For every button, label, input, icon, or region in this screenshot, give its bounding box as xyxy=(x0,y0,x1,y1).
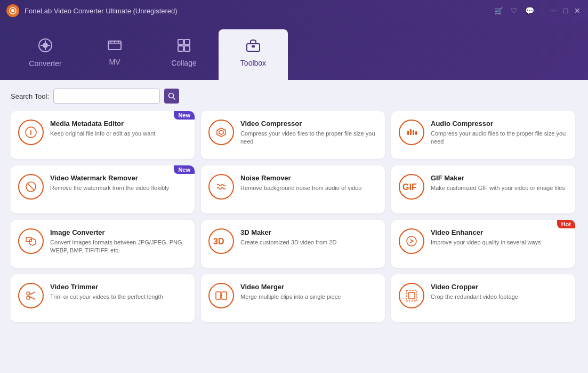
cart-icon[interactable]: 🛒 xyxy=(494,6,503,15)
badge-hot: Hot xyxy=(557,220,575,228)
tool-info-video-cropper: Video Cropper Crop the redundant video f… xyxy=(431,283,568,301)
tool-card-audio-compressor[interactable]: Audio Compressor Compress your audio fil… xyxy=(391,111,575,159)
minimize-button[interactable]: ─ xyxy=(550,6,558,15)
tool-info-image-converter: Image Converter Convert images formats b… xyxy=(50,228,187,255)
user-icon[interactable]: ♡ xyxy=(511,6,518,15)
tab-converter[interactable]: Converter xyxy=(11,29,80,80)
tool-info-3d-maker: 3D Maker Create customized 3D video from… xyxy=(240,228,377,247)
svg-rect-17 xyxy=(415,131,417,135)
tool-card-video-watermark-remover[interactable]: New Video Watermark Remover Remove the w… xyxy=(11,165,195,213)
tab-toolbox[interactable]: Toolbox xyxy=(219,29,288,80)
tool-name-video-compressor: Video Compressor xyxy=(240,120,377,128)
svg-rect-28 xyxy=(408,292,415,299)
tool-name-video-enhancer: Video Enhancer xyxy=(431,228,568,236)
tab-collage[interactable]: Collage xyxy=(149,29,219,80)
tool-name-3d-maker: 3D Maker xyxy=(240,228,377,236)
search-label: Search Tool: xyxy=(11,92,49,100)
svg-rect-6 xyxy=(184,39,190,45)
svg-point-22 xyxy=(407,236,416,246)
svg-rect-8 xyxy=(184,46,190,51)
tool-card-video-merger[interactable]: Video Merger Merge multiple clips into a… xyxy=(201,274,385,322)
tool-name-gif-maker: GIF Maker xyxy=(431,174,568,182)
tool-desc-video-enhancer: Improve your video quality in several wa… xyxy=(431,239,568,247)
app-title: FoneLab Video Converter Ultimate (Unregi… xyxy=(25,7,492,15)
tool-icon-video-watermark-remover xyxy=(18,174,44,200)
badge-new: New xyxy=(174,165,195,174)
tool-icon-video-trimmer xyxy=(18,283,44,308)
window-controls: 🛒 ♡ 💬 ─ □ ✕ xyxy=(492,6,582,15)
tool-info-noise-remover: Noise Remover Remove background noise fr… xyxy=(240,174,377,192)
search-bar: Search Tool: xyxy=(11,89,577,104)
tool-icon-gif-maker: GIF xyxy=(399,174,424,200)
svg-point-23 xyxy=(27,292,30,295)
svg-point-13 xyxy=(30,130,31,131)
svg-rect-27 xyxy=(406,290,417,301)
navigation: Converter MV Collage xyxy=(0,21,588,80)
tool-card-video-enhancer[interactable]: Hot Video Enhancer Improve your video qu… xyxy=(391,220,575,268)
separator xyxy=(543,7,543,14)
tool-info-video-merger: Video Merger Merge multiple clips into a… xyxy=(240,283,377,301)
search-button[interactable] xyxy=(164,89,179,104)
svg-point-1 xyxy=(11,9,14,12)
tool-info-video-enhancer: Video Enhancer Improve your video qualit… xyxy=(431,228,568,247)
tool-card-video-compressor[interactable]: Video Compressor Compress your video fil… xyxy=(201,111,385,159)
tool-desc-audio-compressor: Compress your audio files to the proper … xyxy=(431,130,568,146)
tool-desc-image-converter: Convert images formats between JPG/JPEG,… xyxy=(50,239,187,255)
search-input[interactable] xyxy=(53,89,160,104)
content-area: Search Tool: New Media Metadata Editor K… xyxy=(0,80,588,373)
tool-card-video-trimmer[interactable]: Video Trimmer Trim or cut your videos to… xyxy=(11,274,195,322)
message-icon[interactable]: 💬 xyxy=(525,6,534,15)
tool-card-video-cropper[interactable]: Video Cropper Crop the redundant video f… xyxy=(391,274,575,322)
tool-info-video-compressor: Video Compressor Compress your video fil… xyxy=(240,120,377,146)
tool-desc-video-trimmer: Trim or cut your videos to the perfect l… xyxy=(50,293,187,301)
tool-grid-wrapper: New Media Metadata Editor Keep original … xyxy=(11,111,577,364)
converter-icon xyxy=(38,38,53,56)
close-button[interactable]: ✕ xyxy=(573,6,582,15)
tool-info-gif-maker: GIF Maker Make customized GIF with your … xyxy=(431,174,568,192)
tool-grid: New Media Metadata Editor Keep original … xyxy=(11,111,575,322)
tool-icon-audio-compressor xyxy=(399,120,424,145)
tool-desc-gif-maker: Make customized GIF with your video or i… xyxy=(431,184,568,192)
svg-text:3D: 3D xyxy=(213,237,224,246)
tool-icon-media-metadata-editor xyxy=(18,120,44,145)
tool-info-media-metadata-editor: Media Metadata Editor Keep original file… xyxy=(50,120,187,138)
svg-rect-7 xyxy=(178,46,183,51)
tool-card-media-metadata-editor[interactable]: New Media Metadata Editor Keep original … xyxy=(11,111,195,159)
tool-name-image-converter: Image Converter xyxy=(50,228,187,236)
tool-icon-image-converter xyxy=(18,228,44,254)
maximize-button[interactable]: □ xyxy=(561,6,570,15)
tool-name-video-merger: Video Merger xyxy=(240,283,377,291)
tool-name-video-trimmer: Video Trimmer xyxy=(50,283,187,291)
svg-rect-26 xyxy=(222,292,227,299)
toolbox-icon xyxy=(246,38,261,55)
svg-rect-5 xyxy=(178,39,183,45)
tool-icon-3d-maker: 3D xyxy=(208,228,234,254)
tab-mv[interactable]: MV xyxy=(80,29,149,80)
svg-rect-16 xyxy=(413,130,414,135)
svg-rect-15 xyxy=(410,129,412,135)
titlebar: FoneLab Video Converter Ultimate (Unregi… xyxy=(0,0,588,21)
tool-card-gif-maker[interactable]: GIF GIF Maker Make customized GIF with y… xyxy=(391,165,575,213)
mv-icon xyxy=(107,39,122,54)
badge-new: New xyxy=(174,111,195,120)
mv-label: MV xyxy=(109,58,120,66)
tool-card-3d-maker[interactable]: 3D 3D Maker Create customized 3D video f… xyxy=(201,220,385,268)
svg-rect-25 xyxy=(216,292,221,299)
tool-desc-video-compressor: Compress your video files to the proper … xyxy=(240,130,377,146)
svg-point-24 xyxy=(27,296,30,299)
tool-icon-noise-remover xyxy=(208,174,234,200)
app-logo xyxy=(6,4,19,17)
tool-card-noise-remover[interactable]: Noise Remover Remove background noise fr… xyxy=(201,165,385,213)
tool-icon-video-compressor xyxy=(208,120,234,145)
tool-name-noise-remover: Noise Remover xyxy=(240,174,377,182)
converter-label: Converter xyxy=(29,59,61,68)
tool-info-video-trimmer: Video Trimmer Trim or cut your videos to… xyxy=(50,283,187,301)
tool-icon-video-enhancer xyxy=(399,228,424,254)
svg-rect-14 xyxy=(407,131,409,135)
collage-label: Collage xyxy=(171,59,196,67)
svg-point-3 xyxy=(43,43,48,48)
tool-name-video-watermark-remover: Video Watermark Remover xyxy=(50,174,187,182)
tool-card-image-converter[interactable]: Image Converter Convert images formats b… xyxy=(11,220,195,268)
toolbox-label: Toolbox xyxy=(240,59,266,67)
tool-icon-video-merger xyxy=(208,283,234,308)
